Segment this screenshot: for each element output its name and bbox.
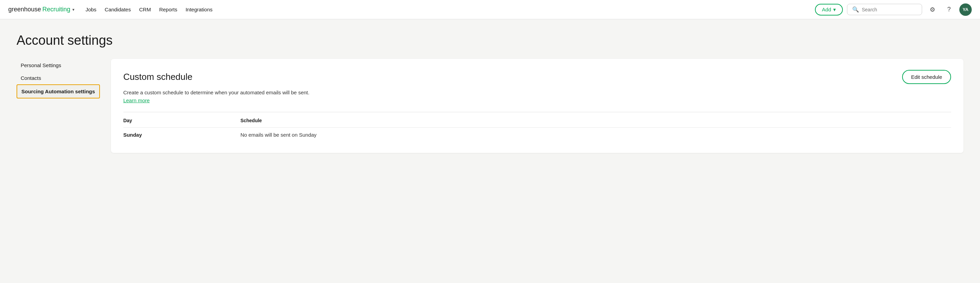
page-title: Account settings bbox=[16, 33, 964, 48]
main-card: Custom schedule Edit schedule Create a c… bbox=[111, 59, 964, 153]
settings-button[interactable]: ⚙ bbox=[926, 3, 939, 16]
sidebar-item-contacts[interactable]: Contacts bbox=[16, 72, 100, 84]
sidebar: Personal Settings Contacts Sourcing Auto… bbox=[16, 59, 100, 98]
nav-integrations[interactable]: Integrations bbox=[185, 6, 212, 13]
sidebar-item-personal-settings[interactable]: Personal Settings bbox=[16, 59, 100, 72]
help-button[interactable]: ? bbox=[943, 3, 955, 16]
nav-right: Add ▾ 🔍 ⚙ ? YA bbox=[815, 3, 972, 16]
col-schedule-sunday: No emails will be sent on Sunday bbox=[240, 132, 951, 138]
add-label: Add bbox=[822, 6, 831, 13]
nav-crm[interactable]: CRM bbox=[139, 6, 151, 13]
help-icon: ? bbox=[947, 6, 951, 13]
add-chevron-icon: ▾ bbox=[833, 6, 836, 13]
content-layout: Personal Settings Contacts Sourcing Auto… bbox=[16, 59, 964, 153]
navbar: greenhouse Recruiting ▾ Jobs Candidates … bbox=[0, 0, 980, 19]
sidebar-item-sourcing-automation[interactable]: Sourcing Automation settings bbox=[16, 84, 100, 98]
learn-more-link[interactable]: Learn more bbox=[123, 97, 150, 103]
search-box[interactable]: 🔍 bbox=[847, 4, 922, 15]
logo-green-text: Recruiting bbox=[42, 6, 70, 13]
logo-chevron-icon[interactable]: ▾ bbox=[72, 7, 75, 12]
table-header: Day Schedule bbox=[123, 118, 951, 123]
nav-reports[interactable]: Reports bbox=[159, 6, 177, 13]
card-description: Create a custom schedule to determine wh… bbox=[123, 90, 951, 95]
logo-text: greenhouse bbox=[8, 6, 41, 13]
col-schedule-header: Schedule bbox=[240, 118, 951, 123]
search-icon: 🔍 bbox=[852, 6, 859, 13]
table-row: Sunday No emails will be sent on Sunday bbox=[123, 127, 951, 142]
edit-schedule-button[interactable]: Edit schedule bbox=[902, 70, 951, 84]
card-title: Custom schedule bbox=[123, 72, 192, 82]
add-button[interactable]: Add ▾ bbox=[815, 4, 843, 16]
nav-jobs[interactable]: Jobs bbox=[86, 6, 97, 13]
avatar[interactable]: YA bbox=[959, 3, 972, 16]
col-day-header: Day bbox=[123, 118, 240, 123]
card-header: Custom schedule Edit schedule bbox=[123, 70, 951, 84]
nav-links: Jobs Candidates CRM Reports Integrations bbox=[86, 6, 804, 13]
nav-candidates[interactable]: Candidates bbox=[105, 6, 131, 13]
search-input[interactable] bbox=[862, 7, 917, 13]
col-day-sunday: Sunday bbox=[123, 132, 240, 138]
page-content: Account settings Personal Settings Conta… bbox=[0, 19, 980, 167]
logo: greenhouse Recruiting ▾ bbox=[8, 6, 75, 13]
gear-icon: ⚙ bbox=[930, 6, 935, 13]
